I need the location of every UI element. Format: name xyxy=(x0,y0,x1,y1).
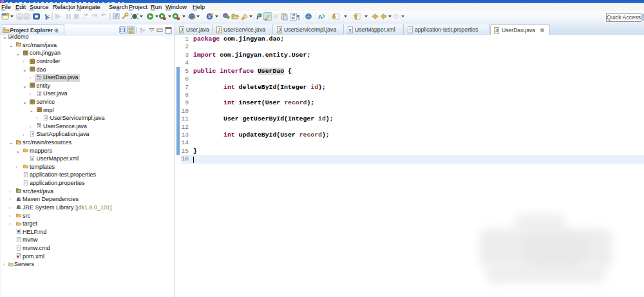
svg-text:J: J xyxy=(278,27,281,33)
svg-text:x: x xyxy=(349,28,352,32)
svg-text:¶: ¶ xyxy=(297,14,300,21)
svg-text:J: J xyxy=(31,132,33,136)
svg-text:J: J xyxy=(38,91,40,95)
svg-text:m: m xyxy=(19,254,21,256)
svg-text:J: J xyxy=(495,28,498,34)
svg-text:J: J xyxy=(180,27,183,33)
svg-text:S: S xyxy=(208,14,211,19)
svg-text:A: A xyxy=(318,14,323,20)
svg-text:J: J xyxy=(218,27,220,33)
svg-text:J: J xyxy=(44,116,46,120)
